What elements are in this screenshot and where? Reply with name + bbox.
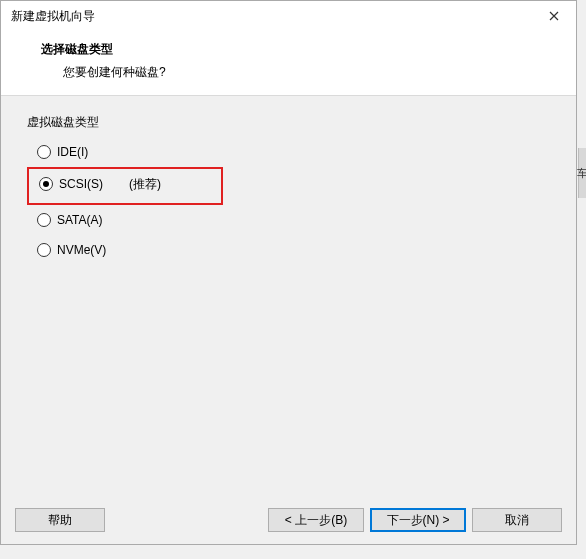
page-subtitle: 您要创建何种磁盘? xyxy=(41,64,576,81)
content-area: 虚拟磁盘类型 IDE(I) SCSI(S) (推荐) SATA(A) NVMe(… xyxy=(1,96,576,496)
radio-icon xyxy=(37,243,51,257)
cancel-button[interactable]: 取消 xyxy=(472,508,562,532)
disk-type-group-label: 虚拟磁盘类型 xyxy=(27,114,556,131)
wizard-header: 选择磁盘类型 您要创建何种磁盘? xyxy=(1,31,576,96)
window-title: 新建虚拟机向导 xyxy=(11,8,95,25)
radio-icon xyxy=(37,213,51,227)
wizard-dialog: 新建虚拟机向导 选择磁盘类型 您要创建何种磁盘? 虚拟磁盘类型 IDE(I) S… xyxy=(0,0,577,545)
background-fragment: 车 xyxy=(578,148,586,198)
radio-icon xyxy=(39,177,53,191)
close-icon xyxy=(549,8,559,24)
page-title: 选择磁盘类型 xyxy=(41,41,576,58)
radio-icon xyxy=(37,145,51,159)
radio-label: SATA(A) xyxy=(57,213,103,227)
radio-label: IDE(I) xyxy=(57,145,88,159)
button-bar: 帮助 < 上一步(B) 下一步(N) > 取消 xyxy=(1,496,576,544)
radio-option-nvme[interactable]: NVMe(V) xyxy=(27,237,556,263)
next-button[interactable]: 下一步(N) > xyxy=(370,508,466,532)
back-button[interactable]: < 上一步(B) xyxy=(268,508,364,532)
radio-option-ide[interactable]: IDE(I) xyxy=(27,139,556,165)
close-button[interactable] xyxy=(532,1,576,31)
recommended-tag: (推荐) xyxy=(129,176,161,193)
radio-label: NVMe(V) xyxy=(57,243,106,257)
title-bar: 新建虚拟机向导 xyxy=(1,1,576,31)
radio-option-sata[interactable]: SATA(A) xyxy=(27,207,556,233)
radio-label: SCSI(S) xyxy=(59,177,103,191)
recommended-highlight: SCSI(S) (推荐) xyxy=(27,167,223,205)
help-button[interactable]: 帮助 xyxy=(15,508,105,532)
radio-option-scsi[interactable]: SCSI(S) (推荐) xyxy=(29,171,221,197)
